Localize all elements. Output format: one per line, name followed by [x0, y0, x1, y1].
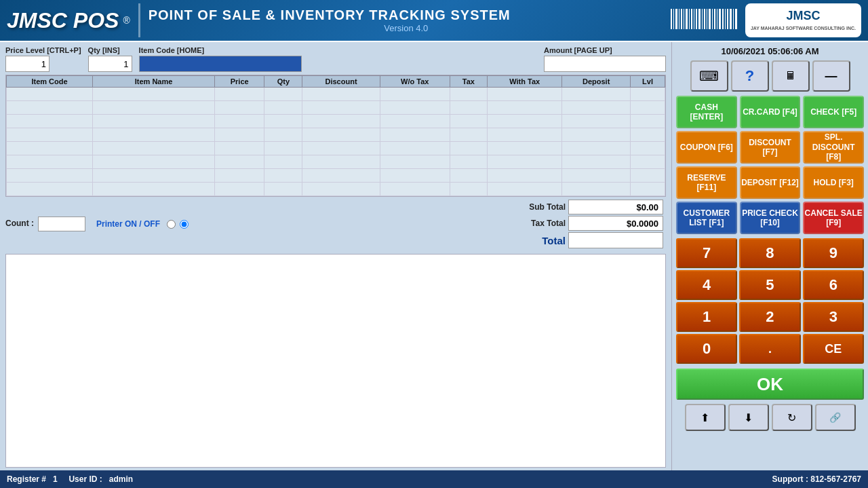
qty-group: Qty [INS]	[88, 46, 132, 72]
num-dot-button[interactable]: .	[739, 334, 800, 364]
user-label: User ID :	[68, 474, 102, 484]
price-level-input[interactable]	[5, 56, 50, 72]
svg-rect-11	[698, 9, 701, 29]
user-value: admin	[109, 474, 133, 484]
price-check-button[interactable]: PRICE CHECK [F10]	[740, 202, 801, 234]
table-row	[7, 155, 665, 169]
notes-area	[5, 254, 666, 468]
main-area: Price Level [CTRL+P] Qty [INS] Item Code…	[0, 42, 868, 470]
barcode-area	[671, 5, 738, 35]
link-button[interactable]: 🔗	[815, 404, 856, 431]
svg-rect-8	[691, 9, 692, 29]
num-7-button[interactable]: 7	[676, 238, 737, 268]
check-button[interactable]: CHECK [F5]	[803, 96, 864, 128]
num-4-button[interactable]: 4	[676, 270, 737, 300]
scroll-down-button[interactable]: ⬇	[728, 404, 769, 431]
col-with-tax: With Tax	[488, 76, 562, 88]
svg-rect-4	[681, 9, 682, 29]
spl-discount-button[interactable]: SPL. DISCOUNT [F8]	[803, 131, 864, 164]
calculator-button[interactable]: 🖩	[772, 60, 810, 92]
cancel-sale-button[interactable]: CANCEL SALE [F9]	[803, 202, 864, 234]
col-deposit: Deposit	[562, 76, 631, 88]
svg-rect-22	[727, 9, 728, 29]
svg-rect-1	[673, 9, 674, 29]
logo-text: JMSC POS	[7, 8, 119, 33]
sub-total-row: Sub Total	[505, 200, 663, 214]
svg-rect-17	[714, 9, 715, 29]
item-code-label: Item Code [HOME]	[139, 46, 302, 54]
table-row	[7, 169, 665, 183]
total-row: Total	[505, 232, 663, 248]
num-0-button[interactable]: 0	[676, 334, 737, 364]
footer-support: Support : 812-567-2767	[772, 474, 861, 484]
minimize-button[interactable]: —	[812, 60, 850, 92]
ce-button[interactable]: CE	[803, 334, 864, 364]
col-price: Price	[215, 76, 264, 88]
num-1-button[interactable]: 1	[676, 302, 737, 332]
num-5-button[interactable]: 5	[739, 270, 800, 300]
svg-rect-12	[702, 9, 703, 29]
payment-row-3: RESERVE [F11] DEPOSIT [F12] HOLD [F3]	[676, 166, 864, 199]
amount-input[interactable]	[544, 56, 666, 72]
col-wo-tax: W/o Tax	[380, 76, 450, 88]
coupon-button[interactable]: COUPON [F6]	[676, 131, 737, 164]
register-label: Register #	[7, 474, 46, 484]
qty-input[interactable]	[88, 56, 132, 72]
num-6-button[interactable]: 6	[803, 270, 864, 300]
col-item-code: Item Code	[7, 76, 93, 88]
payment-row-1: CASH [ENTER] CR.CARD [F4] CHECK [F5]	[676, 96, 864, 128]
svg-rect-13	[704, 9, 705, 29]
num-2-button[interactable]: 2	[739, 302, 800, 332]
printer-on-radio[interactable]	[180, 220, 189, 229]
hold-button[interactable]: HOLD [F3]	[803, 166, 864, 199]
col-item-name: Item Name	[93, 76, 215, 88]
ok-button[interactable]: OK	[676, 369, 864, 400]
numpad: 7 8 9 4 5 6 1 2 3 0 . CE	[676, 238, 864, 364]
tax-total-label: Tax Total	[505, 219, 566, 228]
printer-off-radio[interactable]	[167, 220, 176, 229]
svg-rect-16	[712, 9, 713, 29]
help-button[interactable]: ?	[731, 60, 769, 92]
total-label: Total	[505, 235, 566, 246]
svg-rect-19	[719, 9, 721, 29]
bottom-controls: Count : Printer ON / OFF Sub Total Tax T…	[0, 197, 671, 251]
controls-row: Price Level [CTRL+P] Qty [INS] Item Code…	[0, 42, 671, 75]
col-discount: Discount	[302, 76, 380, 88]
item-table: Item Code Item Name Price Qty Discount W…	[6, 75, 665, 196]
num-9-button[interactable]: 9	[803, 238, 864, 268]
header-title: POINT OF SALE & INVENTORY TRACKING SYSTE…	[149, 7, 664, 23]
count-input[interactable]	[38, 217, 85, 231]
num-3-button[interactable]: 3	[803, 302, 864, 332]
cash-button[interactable]: CASH [ENTER]	[676, 96, 737, 128]
datetime-display: 10/06/2021 05:06:06 AM	[676, 45, 864, 58]
table-row	[7, 142, 665, 155]
discount-button[interactable]: DISCOUNT [F7]	[740, 131, 801, 164]
icon-row: ⌨ ? 🖩 —	[676, 60, 864, 92]
customer-list-button[interactable]: CUSTOMER LIST [F1]	[676, 202, 737, 234]
right-panel: 10/06/2021 05:06:06 AM ⌨ ? 🖩 — CASH [ENT…	[671, 42, 868, 470]
totals-area: Sub Total Tax Total Total	[505, 200, 666, 248]
count-label: Count :	[5, 219, 34, 228]
barcode-icon	[671, 5, 738, 33]
svg-rect-23	[730, 9, 732, 29]
logo-brand-text: JMSC JAY MAHARAJ SOFTWARE CONSULTING INC…	[751, 9, 856, 33]
item-code-input[interactable]	[139, 56, 302, 72]
table-row	[7, 115, 665, 128]
scroll-up-button[interactable]: ⬆	[685, 404, 726, 431]
svg-rect-20	[722, 9, 724, 29]
payment-row-4: CUSTOMER LIST [F1] PRICE CHECK [F10] CAN…	[676, 202, 864, 234]
num-8-button[interactable]: 8	[739, 238, 800, 268]
reserve-button[interactable]: RESERVE [F11]	[676, 166, 737, 199]
refresh-button[interactable]: ↻	[772, 404, 812, 431]
svg-rect-0	[671, 9, 672, 29]
item-table-area: Item Code Item Name Price Qty Discount W…	[5, 75, 666, 197]
header-title-block: POINT OF SALE & INVENTORY TRACKING SYSTE…	[149, 7, 664, 33]
cr-card-button[interactable]: CR.CARD [F4]	[740, 96, 801, 128]
table-row	[7, 88, 665, 101]
svg-rect-18	[717, 9, 717, 29]
keyboard-button[interactable]: ⌨	[690, 60, 728, 92]
left-panel: Price Level [CTRL+P] Qty [INS] Item Code…	[0, 42, 671, 470]
svg-rect-6	[686, 9, 688, 29]
deposit-button[interactable]: DEPOSIT [F12]	[740, 166, 801, 199]
svg-rect-2	[675, 9, 677, 29]
